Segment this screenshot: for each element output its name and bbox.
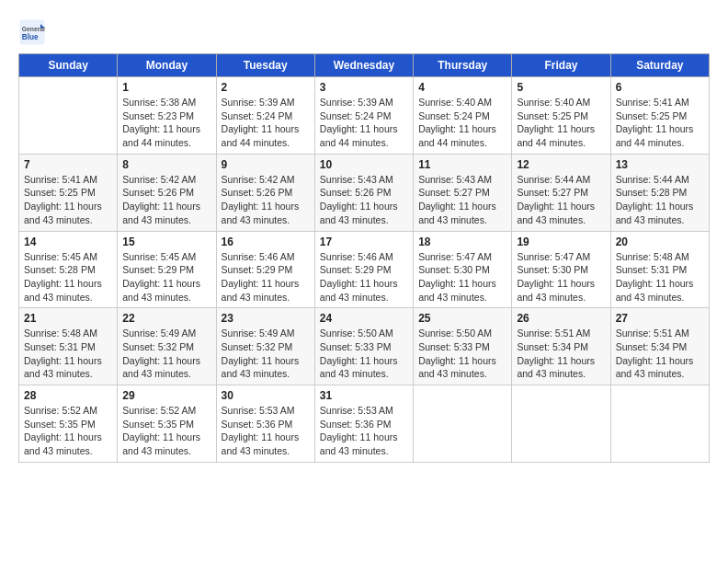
day-number: 3 — [320, 81, 408, 94]
calendar-cell: 26Sunrise: 5:51 AMSunset: 5:34 PMDayligh… — [512, 308, 610, 385]
calendar-cell: 23Sunrise: 5:49 AMSunset: 5:32 PMDayligh… — [216, 308, 314, 385]
day-info: Sunrise: 5:51 AMSunset: 5:34 PMDaylight:… — [517, 327, 605, 381]
svg-text:Blue: Blue — [22, 33, 39, 41]
calendar-cell: 28Sunrise: 5:52 AMSunset: 5:35 PMDayligh… — [19, 385, 118, 463]
day-info: Sunrise: 5:41 AMSunset: 5:25 PMDaylight:… — [616, 96, 704, 150]
day-number: 23 — [222, 312, 310, 325]
calendar-cell: 12Sunrise: 5:44 AMSunset: 5:27 PMDayligh… — [512, 154, 610, 231]
day-number: 6 — [616, 81, 704, 94]
calendar-cell: 16Sunrise: 5:46 AMSunset: 5:29 PMDayligh… — [216, 231, 314, 308]
day-number: 28 — [24, 389, 112, 402]
calendar-week-row: 1Sunrise: 5:38 AMSunset: 5:23 PMDaylight… — [19, 77, 710, 155]
calendar-cell: 11Sunrise: 5:43 AMSunset: 5:27 PMDayligh… — [414, 154, 512, 231]
day-number: 16 — [222, 236, 310, 248]
day-info: Sunrise: 5:42 AMSunset: 5:26 PMDaylight:… — [222, 173, 310, 227]
day-info: Sunrise: 5:45 AMSunset: 5:29 PMDaylight:… — [122, 250, 210, 304]
day-number: 10 — [320, 158, 408, 171]
day-info: Sunrise: 5:47 AMSunset: 5:30 PMDaylight:… — [517, 250, 605, 304]
calendar-cell: 20Sunrise: 5:48 AMSunset: 5:31 PMDayligh… — [610, 231, 709, 308]
calendar-cell: 19Sunrise: 5:47 AMSunset: 5:30 PMDayligh… — [512, 231, 610, 308]
day-number: 15 — [122, 236, 210, 248]
day-number: 21 — [24, 312, 112, 325]
calendar-cell: 22Sunrise: 5:49 AMSunset: 5:32 PMDayligh… — [118, 308, 216, 385]
weekday-header-sunday: Sunday — [19, 54, 118, 77]
weekday-header-tuesday: Tuesday — [216, 54, 314, 77]
day-info: Sunrise: 5:41 AMSunset: 5:25 PMDaylight:… — [24, 173, 112, 227]
calendar-week-row: 7Sunrise: 5:41 AMSunset: 5:25 PMDaylight… — [19, 154, 710, 231]
day-info: Sunrise: 5:39 AMSunset: 5:24 PMDaylight:… — [320, 96, 408, 150]
day-number: 26 — [517, 312, 605, 325]
calendar-cell — [414, 385, 512, 463]
day-number: 31 — [320, 389, 408, 402]
calendar-cell: 31Sunrise: 5:53 AMSunset: 5:36 PMDayligh… — [314, 385, 413, 463]
day-number: 5 — [517, 81, 605, 94]
day-number: 18 — [418, 236, 506, 248]
weekday-header-thursday: Thursday — [414, 54, 512, 77]
day-info: Sunrise: 5:42 AMSunset: 5:26 PMDaylight:… — [122, 173, 210, 227]
calendar-cell: 4Sunrise: 5:40 AMSunset: 5:24 PMDaylight… — [414, 77, 512, 155]
day-number: 27 — [616, 312, 704, 325]
day-info: Sunrise: 5:52 AMSunset: 5:35 PMDaylight:… — [122, 404, 210, 458]
calendar-cell: 15Sunrise: 5:45 AMSunset: 5:29 PMDayligh… — [118, 231, 216, 308]
calendar-cell: 3Sunrise: 5:39 AMSunset: 5:24 PMDaylight… — [314, 77, 413, 155]
day-number: 11 — [418, 158, 506, 171]
day-number: 20 — [616, 236, 704, 248]
calendar-cell: 13Sunrise: 5:44 AMSunset: 5:28 PMDayligh… — [610, 154, 709, 231]
calendar-cell: 17Sunrise: 5:46 AMSunset: 5:29 PMDayligh… — [314, 231, 413, 308]
day-number: 12 — [517, 158, 605, 171]
calendar-table: SundayMondayTuesdayWednesdayThursdayFrid… — [18, 53, 710, 463]
calendar-cell: 18Sunrise: 5:47 AMSunset: 5:30 PMDayligh… — [414, 231, 512, 308]
day-number: 22 — [122, 312, 210, 325]
day-info: Sunrise: 5:51 AMSunset: 5:34 PMDaylight:… — [616, 327, 704, 381]
day-info: Sunrise: 5:40 AMSunset: 5:24 PMDaylight:… — [418, 96, 506, 150]
calendar-cell: 10Sunrise: 5:43 AMSunset: 5:26 PMDayligh… — [314, 154, 413, 231]
day-info: Sunrise: 5:53 AMSunset: 5:36 PMDaylight:… — [222, 404, 310, 458]
calendar-cell: 7Sunrise: 5:41 AMSunset: 5:25 PMDaylight… — [19, 154, 118, 231]
weekday-header-row: SundayMondayTuesdayWednesdayThursdayFrid… — [19, 54, 710, 77]
day-info: Sunrise: 5:44 AMSunset: 5:27 PMDaylight:… — [517, 173, 605, 227]
day-info: Sunrise: 5:46 AMSunset: 5:29 PMDaylight:… — [222, 250, 310, 304]
day-number: 24 — [320, 312, 408, 325]
day-number: 4 — [418, 81, 506, 94]
day-number: 30 — [222, 389, 310, 402]
day-number: 1 — [122, 81, 210, 94]
calendar-cell — [19, 77, 118, 155]
calendar-cell: 27Sunrise: 5:51 AMSunset: 5:34 PMDayligh… — [610, 308, 709, 385]
calendar-cell: 14Sunrise: 5:45 AMSunset: 5:28 PMDayligh… — [19, 231, 118, 308]
weekday-header-monday: Monday — [118, 54, 216, 77]
day-info: Sunrise: 5:50 AMSunset: 5:33 PMDaylight:… — [320, 327, 408, 381]
day-number: 25 — [418, 312, 506, 325]
day-info: Sunrise: 5:53 AMSunset: 5:36 PMDaylight:… — [320, 404, 408, 458]
day-info: Sunrise: 5:47 AMSunset: 5:30 PMDaylight:… — [418, 250, 506, 304]
day-info: Sunrise: 5:52 AMSunset: 5:35 PMDaylight:… — [24, 404, 112, 458]
day-info: Sunrise: 5:43 AMSunset: 5:26 PMDaylight:… — [320, 173, 408, 227]
calendar-week-row: 21Sunrise: 5:48 AMSunset: 5:31 PMDayligh… — [19, 308, 710, 385]
day-info: Sunrise: 5:40 AMSunset: 5:25 PMDaylight:… — [517, 96, 605, 150]
calendar-cell: 25Sunrise: 5:50 AMSunset: 5:33 PMDayligh… — [414, 308, 512, 385]
calendar-cell: 6Sunrise: 5:41 AMSunset: 5:25 PMDaylight… — [610, 77, 709, 155]
weekday-header-friday: Friday — [512, 54, 610, 77]
day-number: 2 — [222, 81, 310, 94]
day-number: 9 — [222, 158, 310, 171]
day-number: 19 — [517, 236, 605, 248]
calendar-cell — [610, 385, 709, 463]
day-info: Sunrise: 5:49 AMSunset: 5:32 PMDaylight:… — [222, 327, 310, 381]
day-info: Sunrise: 5:44 AMSunset: 5:28 PMDaylight:… — [616, 173, 704, 227]
day-info: Sunrise: 5:48 AMSunset: 5:31 PMDaylight:… — [24, 327, 112, 381]
day-number: 7 — [24, 158, 112, 171]
day-number: 8 — [122, 158, 210, 171]
day-info: Sunrise: 5:46 AMSunset: 5:29 PMDaylight:… — [320, 250, 408, 304]
day-info: Sunrise: 5:39 AMSunset: 5:24 PMDaylight:… — [222, 96, 310, 150]
calendar-cell — [512, 385, 610, 463]
calendar-cell: 2Sunrise: 5:39 AMSunset: 5:24 PMDaylight… — [216, 77, 314, 155]
logo: General Blue — [18, 18, 50, 46]
calendar-cell: 24Sunrise: 5:50 AMSunset: 5:33 PMDayligh… — [314, 308, 413, 385]
day-number: 13 — [616, 158, 704, 171]
day-info: Sunrise: 5:48 AMSunset: 5:31 PMDaylight:… — [616, 250, 704, 304]
page-header: General Blue — [18, 18, 710, 46]
calendar-cell: 30Sunrise: 5:53 AMSunset: 5:36 PMDayligh… — [216, 385, 314, 463]
logo-icon: General Blue — [18, 18, 46, 46]
weekday-header-wednesday: Wednesday — [314, 54, 413, 77]
calendar-week-row: 14Sunrise: 5:45 AMSunset: 5:28 PMDayligh… — [19, 231, 710, 308]
calendar-cell: 5Sunrise: 5:40 AMSunset: 5:25 PMDaylight… — [512, 77, 610, 155]
